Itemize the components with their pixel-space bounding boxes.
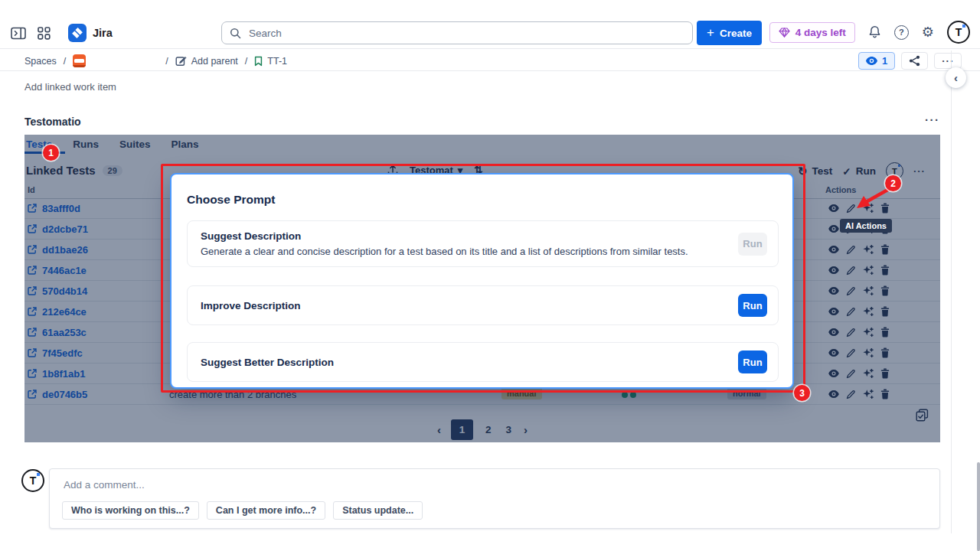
prompt-card-suggest-better-description[interactable]: Suggest Better Description Run (187, 342, 779, 382)
watchers-button[interactable]: 1 (858, 52, 895, 70)
trial-days-chip[interactable]: 4 days left (769, 22, 855, 43)
ai-actions-tooltip: AI Actions (840, 219, 892, 233)
sidebar-toggle-icon[interactable] (11, 27, 26, 40)
chevron-left-icon: ‹ (954, 71, 958, 84)
redacted-space-name (93, 55, 158, 67)
gem-icon (779, 28, 790, 37)
choose-prompt-modal: Choose Prompt Suggest Description Genera… (170, 173, 794, 389)
app-name: Jira (93, 27, 113, 39)
quick-reply-chip[interactable]: Can I get more info...? (207, 501, 325, 520)
annotation-step-2: 2 (885, 175, 901, 191)
add-linked-work-item[interactable]: Add linked work item (24, 81, 116, 93)
bookmark-icon (254, 56, 263, 67)
run-prompt-button[interactable]: Run (738, 350, 767, 373)
notifications-icon[interactable] (868, 25, 881, 39)
jira-home-link[interactable]: Jira (68, 24, 113, 42)
more-icon: ··· (942, 56, 954, 66)
annotation-step-1: 1 (43, 145, 59, 161)
prompt-card-improve-description[interactable]: Improve Description Run (187, 285, 779, 325)
prompt-title: Suggest Better Description (201, 357, 738, 368)
collapse-panel-button[interactable]: ‹ (946, 67, 966, 88)
run-prompt-button-disabled: Run (738, 233, 767, 256)
avatar-accent (962, 24, 965, 28)
breadcrumb-separator: / (165, 56, 168, 67)
user-avatar[interactable]: T (947, 21, 970, 44)
create-button[interactable]: + Create (697, 21, 762, 45)
run-prompt-button[interactable]: Run (738, 294, 767, 317)
search-input[interactable] (247, 27, 684, 40)
jira-logo-icon (68, 24, 87, 42)
quick-reply-chip[interactable]: Status update... (333, 501, 423, 520)
plus-icon: + (707, 25, 714, 41)
jira-page: Jira + Create 4 days left (0, 0, 980, 551)
breadcrumb: Spaces / / Add parent / TT-1 (24, 54, 287, 67)
prompt-card-suggest-description[interactable]: Suggest Description Generate a clear and… (187, 220, 779, 267)
comment-box[interactable]: Who is working on this...? Can I get mor… (49, 468, 940, 529)
top-navbar: Jira + Create 4 days left (0, 0, 980, 49)
comment-input[interactable] (62, 478, 930, 491)
scrollbar-thumb[interactable] (977, 462, 980, 551)
prompt-title: Improve Description (201, 300, 738, 311)
right-rail-divider (951, 51, 952, 533)
help-icon[interactable]: ? (894, 25, 909, 40)
prompt-description: Generate a clear and concise description… (201, 246, 738, 257)
comment-user-avatar: T (21, 469, 44, 492)
breadcrumb-item-tt1[interactable]: TT-1 (254, 56, 287, 67)
prompt-title: Suggest Description (201, 230, 738, 242)
annotation-step-3: 3 (794, 385, 810, 401)
watch-eye-icon (866, 57, 877, 65)
breadcrumb-separator: / (245, 56, 247, 67)
space-avatar-icon[interactable] (73, 54, 86, 67)
more-actions-button[interactable]: ··· (934, 53, 962, 69)
share-button[interactable] (901, 52, 928, 70)
breadcrumb-spaces[interactable]: Spaces (24, 56, 57, 67)
app-switcher-icon[interactable] (38, 27, 51, 40)
search-icon (230, 28, 241, 39)
quick-reply-chip[interactable]: Who is working on this...? (62, 501, 199, 520)
settings-gear-icon[interactable]: ⚙ (922, 25, 934, 39)
breadcrumb-separator: / (64, 56, 66, 67)
edit-icon (175, 55, 187, 67)
widget-more-icon[interactable]: ··· (925, 113, 940, 126)
modal-title: Choose Prompt (187, 193, 779, 207)
widget-title: Testomatio (24, 116, 81, 128)
breadcrumb-add-parent[interactable]: Add parent (175, 55, 238, 67)
global-search[interactable] (221, 21, 693, 44)
quick-reply-chips: Who is working on this...? Can I get mor… (62, 501, 927, 520)
